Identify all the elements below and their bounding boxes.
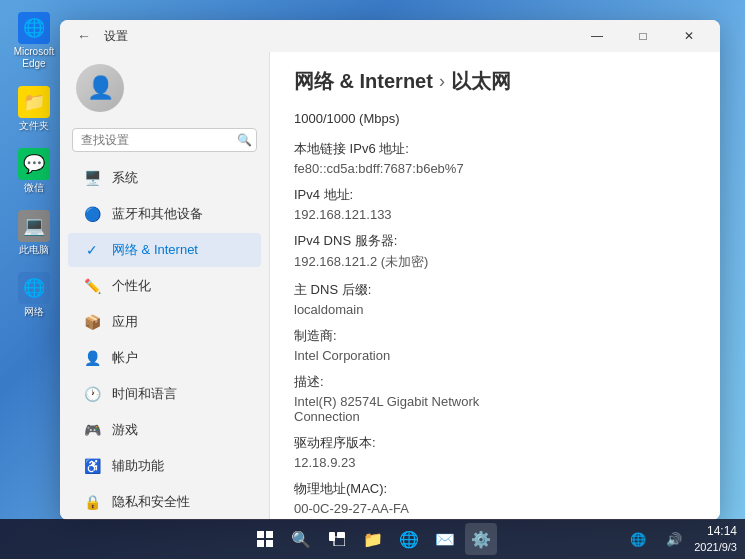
privacy-icon: 🔒 bbox=[84, 494, 100, 510]
main-header: 网络 & Internet › 以太网 bbox=[270, 52, 720, 103]
desktop-icon-edge-label: MicrosoftEdge bbox=[14, 46, 55, 70]
desktop-icon-wechat[interactable]: 💬 微信 bbox=[8, 144, 60, 198]
sidebar-item-time-label: 时间和语言 bbox=[112, 385, 177, 403]
desktop-icon-wechat-label: 微信 bbox=[24, 182, 44, 194]
apps-icon: 📦 bbox=[84, 314, 100, 330]
avatar: 👤 bbox=[76, 64, 124, 112]
sidebar-item-apps-label: 应用 bbox=[112, 313, 138, 331]
sidebar-item-network[interactable]: ✓ 网络 & Internet bbox=[68, 233, 261, 267]
breadcrumb-current: 以太网 bbox=[451, 68, 511, 95]
svg-rect-3 bbox=[266, 540, 273, 547]
sidebar-item-privacy[interactable]: 🔒 隐私和安全性 bbox=[68, 485, 261, 519]
desktop-icon-network-label: 网络 bbox=[24, 306, 44, 318]
title-bar: ← 设置 — □ ✕ bbox=[60, 20, 720, 52]
personalization-icon: ✏️ bbox=[84, 278, 100, 294]
sidebar-item-bluetooth[interactable]: 🔵 蓝牙和其他设备 bbox=[68, 197, 261, 231]
svg-rect-0 bbox=[257, 531, 264, 538]
taskbar: 🔍 📁 🌐 ✉️ ⚙️ 🌐 🔊 14:14 2021/9/3 bbox=[0, 519, 745, 559]
sidebar-item-system[interactable]: 🖥️ 系统 bbox=[68, 161, 261, 195]
search-icon: 🔍 bbox=[237, 133, 252, 147]
manufacturer-value: Intel Corporation bbox=[294, 348, 696, 363]
time-icon: 🕐 bbox=[84, 386, 100, 402]
search-input[interactable] bbox=[81, 133, 231, 147]
taskbar-clock[interactable]: 14:14 2021/9/3 bbox=[694, 524, 737, 554]
taskbar-start-button[interactable] bbox=[249, 523, 281, 555]
accounts-icon: 👤 bbox=[84, 350, 100, 366]
info-section: 1000/1000 (Mbps) 本地链接 IPv6 地址: fe80::cd5… bbox=[294, 111, 696, 516]
taskbar-volume-icon[interactable]: 🔊 bbox=[658, 523, 690, 555]
sidebar-item-apps[interactable]: 📦 应用 bbox=[68, 305, 261, 339]
ipv6-value: fe80::cd5a:bdff:7687:b6eb%7 bbox=[294, 161, 696, 176]
settings-window: ← 设置 — □ ✕ 👤 bbox=[60, 20, 720, 520]
sidebar-item-accounts-label: 帐户 bbox=[112, 349, 138, 367]
sidebar-item-privacy-label: 隐私和安全性 bbox=[112, 493, 190, 511]
desktop-icon-edge[interactable]: 🌐 MicrosoftEdge bbox=[8, 8, 60, 74]
ipv4-label: IPv4 地址: bbox=[294, 186, 696, 204]
mac-label: 物理地址(MAC): bbox=[294, 480, 696, 498]
minimize-button[interactable]: — bbox=[574, 20, 620, 52]
maximize-button[interactable]: □ bbox=[620, 20, 666, 52]
sidebar-item-accessibility-label: 辅助功能 bbox=[112, 457, 164, 475]
taskbar-edge-button[interactable]: 🌐 bbox=[393, 523, 425, 555]
accessibility-icon: ♿ bbox=[84, 458, 100, 474]
manufacturer-label: 制造商: bbox=[294, 327, 696, 345]
sidebar-item-accounts[interactable]: 👤 帐户 bbox=[68, 341, 261, 375]
network-icon: ✓ bbox=[84, 242, 100, 258]
taskbar-mail-button[interactable]: ✉️ bbox=[429, 523, 461, 555]
dns-label: IPv4 DNS 服务器: bbox=[294, 232, 696, 250]
settings-body: 👤 🔍 🖥️ 系统 🔵 蓝牙和其他设备 bbox=[60, 52, 720, 520]
main-content: 网络 & Internet › 以太网 1000/1000 (Mbps) 本地链… bbox=[270, 52, 720, 520]
user-profile: 👤 bbox=[60, 52, 269, 124]
speed-value: 1000/1000 (Mbps) bbox=[294, 111, 696, 126]
taskbar-right: 🌐 🔊 14:14 2021/9/3 bbox=[622, 523, 737, 555]
window-title: 设置 bbox=[104, 28, 128, 45]
desktop-icon-pc-label: 此电脑 bbox=[19, 244, 49, 256]
avatar-inner: 👤 bbox=[76, 64, 124, 112]
breadcrumb-parent: 网络 & Internet bbox=[294, 68, 433, 95]
taskbar-search-button[interactable]: 🔍 bbox=[285, 523, 317, 555]
sidebar: 👤 🔍 🖥️ 系统 🔵 蓝牙和其他设备 bbox=[60, 52, 270, 520]
close-button[interactable]: ✕ bbox=[666, 20, 712, 52]
primary-dns-label: 主 DNS 后缀: bbox=[294, 281, 696, 299]
svg-rect-6 bbox=[334, 537, 345, 546]
window-controls: — □ ✕ bbox=[574, 20, 712, 52]
gaming-icon: 🎮 bbox=[84, 422, 100, 438]
sidebar-item-bluetooth-label: 蓝牙和其他设备 bbox=[112, 205, 203, 223]
ipv4-value: 192.168.121.133 bbox=[294, 207, 696, 222]
dns-value: 192.168.121.2 (未加密) bbox=[294, 253, 696, 271]
breadcrumb-separator: › bbox=[439, 71, 445, 92]
sidebar-item-network-label: 网络 & Internet bbox=[112, 241, 198, 259]
search-box[interactable]: 🔍 bbox=[72, 128, 257, 152]
taskbar-date-value: 2021/9/3 bbox=[694, 540, 737, 554]
taskbar-taskview-button[interactable] bbox=[321, 523, 353, 555]
sidebar-item-time[interactable]: 🕐 时间和语言 bbox=[68, 377, 261, 411]
description-label: 描述: bbox=[294, 373, 696, 391]
title-bar-left: ← 设置 bbox=[72, 24, 128, 48]
desktop-icon-network[interactable]: 🌐 网络 bbox=[8, 268, 60, 322]
sidebar-item-accessibility[interactable]: ♿ 辅助功能 bbox=[68, 449, 261, 483]
taskbar-network-icon[interactable]: 🌐 bbox=[622, 523, 654, 555]
sidebar-item-gaming[interactable]: 🎮 游戏 bbox=[68, 413, 261, 447]
taskbar-settings-button[interactable]: ⚙️ bbox=[465, 523, 497, 555]
bluetooth-icon: 🔵 bbox=[84, 206, 100, 222]
description-value: Intel(R) 82574L Gigabit NetworkConnectio… bbox=[294, 394, 696, 424]
sidebar-item-gaming-label: 游戏 bbox=[112, 421, 138, 439]
back-button[interactable]: ← bbox=[72, 24, 96, 48]
sidebar-item-personalization-label: 个性化 bbox=[112, 277, 151, 295]
primary-dns-value: localdomain bbox=[294, 302, 696, 317]
desktop-icon-pc[interactable]: 💻 此电脑 bbox=[8, 206, 60, 260]
sidebar-item-personalization[interactable]: ✏️ 个性化 bbox=[68, 269, 261, 303]
system-icon: 🖥️ bbox=[84, 170, 100, 186]
mac-value: 00-0C-29-27-AA-FA bbox=[294, 501, 696, 516]
taskbar-center: 🔍 📁 🌐 ✉️ ⚙️ bbox=[249, 523, 497, 555]
desktop-icons-container: 🌐 MicrosoftEdge 📁 文件夹 💬 微信 💻 此电脑 🌐 bbox=[8, 8, 60, 322]
taskbar-time-value: 14:14 bbox=[694, 524, 737, 540]
desktop: 🌐 MicrosoftEdge 📁 文件夹 💬 微信 💻 此电脑 🌐 bbox=[0, 0, 745, 559]
ipv6-label: 本地链接 IPv6 地址: bbox=[294, 140, 696, 158]
driver-value: 12.18.9.23 bbox=[294, 455, 696, 470]
desktop-icon-files[interactable]: 📁 文件夹 bbox=[8, 82, 60, 136]
svg-rect-1 bbox=[266, 531, 273, 538]
taskbar-explorer-button[interactable]: 📁 bbox=[357, 523, 389, 555]
main-scroll[interactable]: 1000/1000 (Mbps) 本地链接 IPv6 地址: fe80::cd5… bbox=[270, 103, 720, 520]
desktop-icon-files-label: 文件夹 bbox=[19, 120, 49, 132]
